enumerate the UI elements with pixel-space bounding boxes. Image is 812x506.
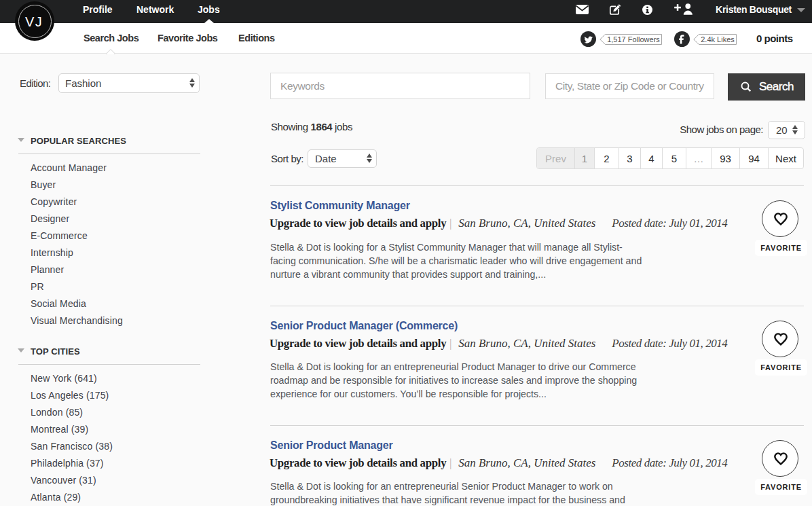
svg-text:2.4k Likes: 2.4k Likes: [701, 35, 735, 43]
svg-text:1,517 Followers: 1,517 Followers: [607, 35, 660, 43]
